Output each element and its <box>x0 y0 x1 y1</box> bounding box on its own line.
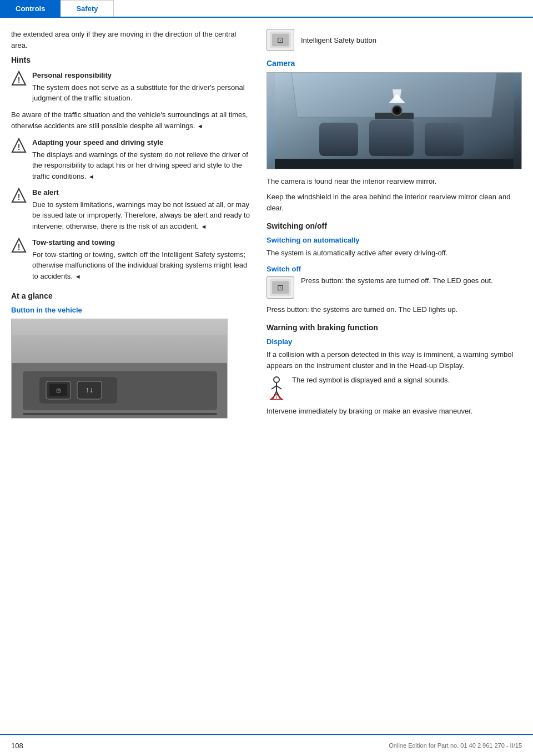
camera-text2: Keep the windshield in the area behind t… <box>266 191 522 214</box>
svg-text:!: ! <box>18 75 21 84</box>
right-column: ⊡ Intelligent Safety button Camera <box>266 29 522 421</box>
display-sub: Display <box>266 337 522 346</box>
switching-auto-text: The system is automatically active after… <box>266 248 522 259</box>
tab-safety[interactable]: Safety <box>61 0 114 17</box>
page-number: 108 <box>11 742 23 750</box>
svg-rect-17 <box>23 413 217 415</box>
hint-1-extra: Be aware of the traffic situation and th… <box>11 109 250 132</box>
hint-3-title: Be alert <box>32 187 250 198</box>
hints-heading: Hints <box>11 56 250 64</box>
camera-text1: The camera is found near the interior re… <box>266 176 522 187</box>
svg-rect-23 <box>319 123 358 156</box>
triangle-end-4: ◄ <box>75 273 81 280</box>
hint-2-body: The displays and warnings of the system … <box>32 150 248 180</box>
svg-rect-18 <box>12 319 227 335</box>
svg-text:!: ! <box>18 143 21 152</box>
camera-heading: Camera <box>266 59 522 68</box>
footer-text: Online Edition for Part no. 01 40 2 961 … <box>389 742 522 749</box>
intelligent-safety-row: ⊡ Intelligent Safety button <box>266 29 522 51</box>
svg-point-28 <box>395 108 399 113</box>
warning-heading: Warning with braking function <box>266 323 522 332</box>
hint-block-2: ! Adapting your speed and driving style … <box>11 137 250 182</box>
hint-1-body: The system does not serve as a substitut… <box>32 83 245 103</box>
switch-off-svg: ⊡ <box>270 279 291 296</box>
person-warning-icon: ! <box>266 376 286 400</box>
hint-block-1: ! Personal responsibility The system doe… <box>11 70 250 104</box>
svg-rect-31 <box>275 159 514 169</box>
display-text1: If a collision with a person detected in… <box>266 349 522 371</box>
hint-block-3: ! Be alert Due to system limitations, wa… <box>11 187 250 231</box>
triangle-end-2: ◄ <box>88 173 94 180</box>
warning-icon-1: ! <box>11 70 27 86</box>
tab-controls[interactable]: Controls <box>0 0 61 17</box>
at-a-glance-section: At a glance Button in the vehicle <box>11 291 250 419</box>
switch-off-icon: ⊡ <box>266 276 294 299</box>
hint-2-title: Adapting your speed and driving style <box>32 137 250 148</box>
switching-heading: Switching on/off <box>266 221 522 230</box>
triangle-end-3: ◄ <box>201 223 207 230</box>
svg-text:⊡: ⊡ <box>277 36 284 44</box>
hint-3-text: Be alert Due to system limitations, warn… <box>32 187 250 231</box>
warning-icon-3: ! <box>11 188 27 203</box>
svg-point-35 <box>274 377 279 382</box>
warning-icon-4: ! <box>11 238 27 253</box>
header-tabs: Controls Safety <box>0 0 533 18</box>
person-svg: ! <box>267 376 286 400</box>
svg-text:↑↓: ↑↓ <box>86 385 93 394</box>
hint-block-4: ! Tow-starting and towing For tow-starti… <box>11 237 250 281</box>
switch-off-sub: Switch off <box>266 265 522 273</box>
camera-image <box>266 72 522 169</box>
hint-1-title: Personal responsibility <box>32 70 250 81</box>
svg-text:!: ! <box>18 193 21 201</box>
triangle-end-1: ◄ <box>195 123 203 129</box>
red-symbol-text: The red symbol is displayed and a signal… <box>292 376 450 384</box>
intro-text: the extended area only if they are movin… <box>11 29 250 51</box>
warning-person-row: ! The red symbol is displayed and a sign… <box>266 376 522 400</box>
switch-off-text2: Press button: the systems are turned on.… <box>266 304 522 315</box>
button-in-vehicle-label: Button in the vehicle <box>11 306 250 314</box>
intelligent-safety-label: Intelligent Safety button <box>301 36 376 44</box>
left-column: the extended area only if they are movin… <box>11 29 250 421</box>
svg-text:!: ! <box>18 243 21 251</box>
is-button-icon: ⊡ <box>266 29 294 51</box>
switch-off-row: ⊡ Press button: the systems are turned o… <box>266 276 522 299</box>
car-interior-svg: ⊡ ↑↓ <box>12 319 227 419</box>
hint-4-body: For tow-starting or towing, switch off t… <box>32 250 247 280</box>
svg-text:!: ! <box>276 396 277 400</box>
switch-off-text1: Press button: the systems are turned off… <box>301 276 493 285</box>
hint-3-body: Due to system limitations, warnings may … <box>32 200 250 230</box>
at-a-glance-heading: At a glance <box>11 291 250 300</box>
hint-4-title: Tow-starting and towing <box>32 237 250 248</box>
car-interior-image: ⊡ ↑↓ <box>11 319 228 419</box>
camera-svg <box>267 73 521 169</box>
hint-4-text: Tow-starting and towing For tow-starting… <box>32 237 250 281</box>
footer: 108 Online Edition for Part no. 01 40 2 … <box>0 734 533 756</box>
svg-line-38 <box>276 386 281 389</box>
svg-text:⊡: ⊡ <box>56 387 61 394</box>
svg-rect-25 <box>425 123 464 156</box>
hint-2-text: Adapting your speed and driving style Th… <box>32 137 250 182</box>
svg-rect-24 <box>369 120 414 156</box>
hint-1-text: Personal responsibility The system does … <box>32 70 250 104</box>
svg-line-37 <box>271 386 276 389</box>
switching-auto-sub: Switching on automatically <box>266 236 522 244</box>
warning-icon-2: ! <box>11 138 27 153</box>
intervene-text: Intervene immediately by braking or make… <box>266 406 522 417</box>
svg-text:⊡: ⊡ <box>277 284 284 292</box>
is-icon-svg: ⊡ <box>270 32 291 48</box>
main-content: the extended area only if they are movin… <box>0 18 533 455</box>
